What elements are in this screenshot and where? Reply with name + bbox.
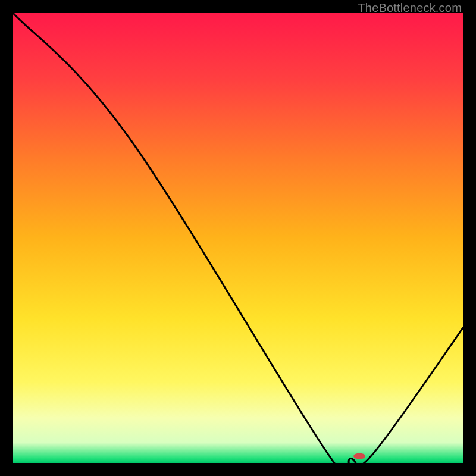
optimal-point-marker <box>353 453 365 459</box>
chart-background-gradient <box>13 13 463 463</box>
chart-svg <box>13 13 463 463</box>
chart-plot-area <box>13 13 463 463</box>
chart-frame: TheBottleneck.com <box>0 0 476 476</box>
